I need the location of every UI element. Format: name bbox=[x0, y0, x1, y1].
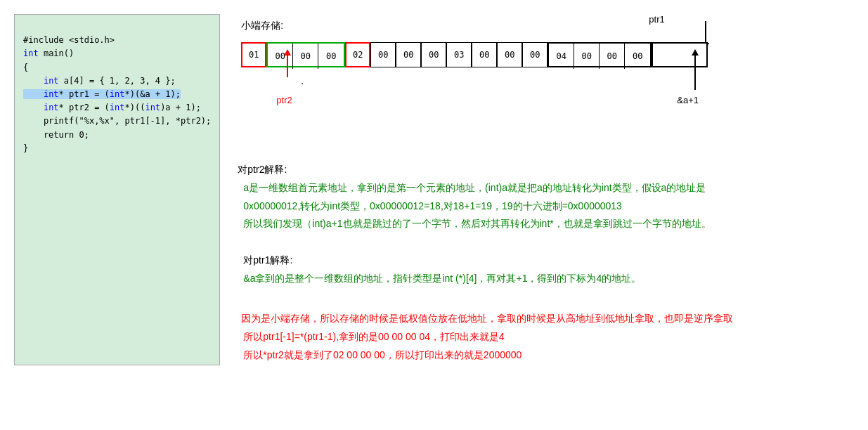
mem-group-03: 03 00 00 00 bbox=[446, 42, 548, 67]
bottom-body: 所以ptr1[-1]=*(ptr1-1),拿到的是00 00 00 04，打印出… bbox=[238, 329, 854, 364]
ptr1-title: 对ptr1解释: bbox=[238, 252, 854, 269]
code-line1: #include <stdio.h> bbox=[23, 35, 115, 45]
ptr2-dot: · bbox=[301, 77, 304, 89]
mem-cell-00k: 00 bbox=[600, 44, 625, 69]
mem-cell-04: 04 bbox=[549, 44, 574, 69]
code-line9: } bbox=[23, 143, 28, 153]
mem-group-green1: 00 00 00 bbox=[266, 42, 345, 67]
code-line6: int* ptr2 = (int*)((int)a + 1); bbox=[23, 103, 201, 112]
mem-cell-00a: 00 bbox=[268, 44, 293, 69]
mem-cell-00h: 00 bbox=[497, 42, 522, 67]
a1-arrow-icon bbox=[694, 55, 696, 90]
mem-cell-00d: 00 bbox=[370, 42, 396, 67]
memory-row: 01 00 00 00 02 00 00 00 03 00 bbox=[241, 42, 708, 67]
mem-cell-00g: 00 bbox=[472, 42, 497, 67]
ptr1-body: &a拿到的是整个一维数组的地址，指针类型是int (*)[4]，再对其+1，得到… bbox=[238, 271, 854, 287]
mem-cell-00l: 00 bbox=[625, 44, 650, 69]
mem-cell-00f: 00 bbox=[421, 42, 446, 67]
code-line5: int* ptr1 = (int*)(&a + 1); bbox=[23, 89, 181, 99]
code-line4: int a[4] = { 1, 2, 3, 4 }; bbox=[23, 76, 176, 86]
code-block: #include <stdio.h> int main() { int a[4]… bbox=[14, 14, 220, 365]
mem-cell-00c: 00 bbox=[318, 44, 344, 69]
mem-cell-02: 02 bbox=[345, 42, 370, 67]
ptr2-label: ptr2 bbox=[276, 95, 292, 105]
diagram-area: 小端存储: ptr1 01 00 00 00 02 00 bbox=[234, 14, 854, 155]
mem-cell-00e: 00 bbox=[396, 42, 421, 67]
ptr2-body-line3: 所以我们发现（int)a+1也就是跳过的了一个字节，然后对其再转化为int*，也… bbox=[243, 216, 854, 233]
bottom-body-line1: 所以ptr1[-1]=*(ptr1-1),拿到的是00 00 00 04，打印出… bbox=[243, 329, 854, 346]
mem-cell-00j: 00 bbox=[574, 44, 600, 69]
mem-group-plain: 00 00 00 bbox=[370, 42, 446, 67]
mem-cell-empty bbox=[652, 42, 708, 67]
ptr2-body-line1: a是一维数组首元素地址，拿到的是第一个元素的地址，(int)a就是把a的地址转化… bbox=[243, 180, 854, 197]
mem-group-04: 04 00 00 00 bbox=[548, 42, 652, 67]
code-line7: printf("%x,%x", ptr1[-1], *ptr2); bbox=[23, 116, 211, 126]
code-line3: { bbox=[23, 63, 28, 72]
ptr1-arrow-icon bbox=[705, 21, 706, 44]
bottom-body-line2: 所以*ptr2就是拿到了02 00 00 00，所以打印出来的就是2000000 bbox=[243, 347, 854, 364]
bottom-section: 因为是小端存储，所以存储的时候是低权值位放在低地址，拿取的时候是从高地址到低地址… bbox=[238, 311, 854, 363]
bottom-title: 因为是小端存储，所以存储的时候是低权值位放在低地址，拿取的时候是从高地址到低地址… bbox=[238, 311, 854, 327]
ptr2-arrow-icon bbox=[287, 55, 288, 77]
small-end-label: 小端存储: bbox=[241, 20, 283, 32]
mem-cell-00b: 00 bbox=[293, 44, 318, 69]
code-line2-keyword: int bbox=[23, 48, 39, 58]
a1-label: &a+1 bbox=[677, 95, 699, 105]
ptr1-label: ptr1 bbox=[649, 14, 664, 25]
mem-cell-01: 01 bbox=[241, 42, 266, 67]
right-panel: 小端存储: ptr1 01 00 00 00 02 00 bbox=[234, 7, 854, 365]
ptr1-body-line1: &a拿到的是整个一维数组的地址，指针类型是int (*)[4]，再对其+1，得到… bbox=[243, 271, 854, 287]
ptr2-body-line2: 0x00000012,转化为int类型，0x00000012=18,对18+1=… bbox=[243, 198, 854, 215]
code-line8: return 0; bbox=[23, 130, 89, 140]
code-line2-rest: main() bbox=[39, 48, 75, 58]
mem-cell-00i: 00 bbox=[522, 42, 548, 67]
mem-cell-03: 03 bbox=[446, 42, 472, 67]
ptr2-title: 对ptr2解释: bbox=[238, 162, 854, 178]
explanation-section: 对ptr2解释: a是一维数组首元素地址，拿到的是第一个元素的地址，(int)a… bbox=[234, 160, 854, 365]
ptr2-body: a是一维数组首元素地址，拿到的是第一个元素的地址，(int)a就是把a的地址转化… bbox=[238, 180, 854, 233]
